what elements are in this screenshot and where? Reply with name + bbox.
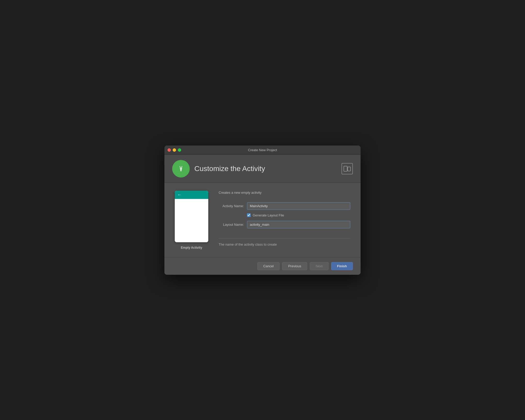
section-divider [219, 238, 350, 238]
main-content: ← Empty Activity Creates a new empty act… [164, 183, 361, 257]
cancel-button[interactable]: Cancel [257, 262, 280, 270]
next-button: Next [310, 262, 329, 270]
left-panel: ← Empty Activity [175, 191, 208, 249]
window-title: Create New Project [248, 148, 277, 152]
previous-button[interactable]: Previous [282, 262, 307, 270]
phone-toolbar: ← [175, 191, 208, 199]
svg-rect-8 [348, 167, 351, 171]
footer: Cancel Previous Next Finish [164, 257, 361, 275]
finish-button[interactable]: Finish [331, 262, 353, 270]
layout-name-label: Layout Name: [219, 223, 247, 227]
phone-content [175, 199, 208, 242]
back-arrow-icon: ← [177, 192, 181, 197]
close-button[interactable] [168, 148, 171, 152]
preview-label: Empty Activity [181, 246, 202, 249]
android-studio-logo [172, 160, 190, 177]
generate-layout-label[interactable]: Generate Layout File [253, 213, 284, 217]
generate-layout-group: Generate Layout File [247, 213, 350, 217]
maximize-button[interactable] [178, 148, 181, 152]
titlebar: Create New Project [164, 146, 361, 155]
activity-name-label: Activity Name: [219, 204, 247, 208]
device-preview-icon [341, 163, 353, 174]
content-inner: ← Empty Activity Creates a new empty act… [175, 191, 350, 249]
page-title: Customize the Activity [194, 165, 265, 173]
phone-preview: ← [175, 191, 208, 242]
header-section: Customize the Activity [164, 155, 361, 183]
window-controls [168, 148, 181, 152]
header-left: Customize the Activity [172, 160, 265, 177]
minimize-button[interactable] [173, 148, 176, 152]
activity-name-group: Activity Name: [219, 202, 350, 210]
svg-rect-7 [344, 166, 347, 171]
generate-layout-checkbox[interactable] [247, 213, 251, 217]
right-panel: Creates a new empty activity Activity Na… [219, 191, 350, 249]
dialog-window: Create New Project [164, 146, 361, 275]
activity-name-input[interactable] [247, 202, 350, 210]
layout-name-group: Layout Name: [219, 221, 350, 228]
activity-description: Creates a new empty activity [219, 191, 350, 195]
hint-text: The name of the activity class to create [219, 243, 350, 246]
layout-name-input[interactable] [247, 221, 350, 228]
